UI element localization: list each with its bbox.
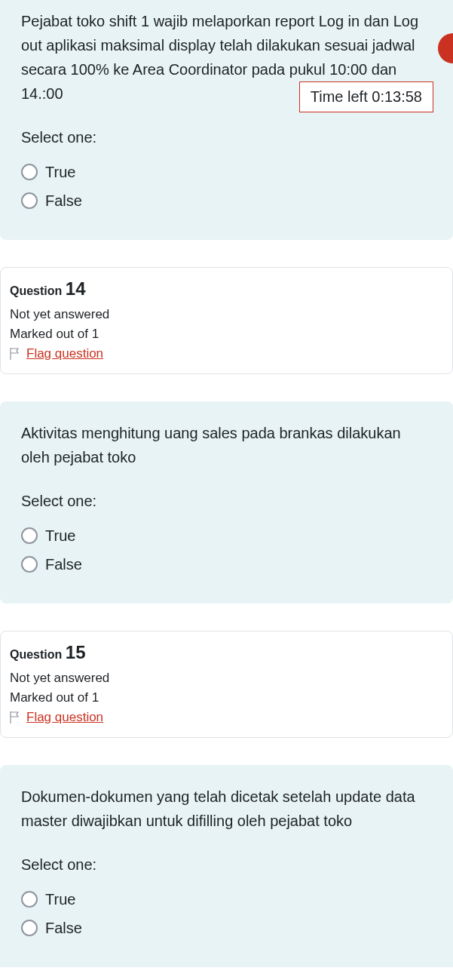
q14-option-true[interactable]: True [21,524,432,548]
question-word: Question [10,648,62,661]
select-one-label: Select one: [21,853,432,877]
question-15-content: Dokumen-dokumen yang telah dicetak setel… [0,765,453,967]
question-14-number: 14 [66,278,86,299]
radio-icon [21,527,38,544]
q13-option-false[interactable]: False [21,189,432,213]
option-label: True [45,160,75,184]
radio-icon [21,556,38,573]
question-14-text: Aktivitas menghitung uang sales pada bra… [21,421,432,469]
question-15-status: Not yet answered [10,671,443,686]
time-left-box: Time left 0:13:58 [299,81,433,112]
q15-option-true[interactable]: True [21,887,432,911]
radio-icon [21,164,38,180]
question-15-number: 15 [66,642,86,662]
question-13-content: Pejabat toko shift 1 wajib melaporkan re… [0,0,453,240]
flag-question-row[interactable]: Flag question [10,346,443,361]
radio-icon [21,192,38,209]
question-14-title: Question 14 [10,278,443,300]
question-15-text: Dokumen-dokumen yang telah dicetak setel… [21,785,432,833]
question-14-marks: Marked out of 1 [10,327,443,342]
select-one-label: Select one: [21,125,432,149]
question-15-title: Question 15 [10,642,443,663]
option-label: False [45,189,82,213]
question-word: Question [10,284,62,297]
question-15-marks: Marked out of 1 [10,690,443,705]
select-one-label: Select one: [21,489,432,513]
flag-question-link[interactable]: Flag question [26,346,103,361]
option-label: False [45,552,82,576]
option-label: True [45,887,75,911]
flag-icon [10,348,20,360]
radio-icon [21,891,38,908]
question-14-content: Aktivitas menghitung uang sales pada bra… [0,401,453,604]
question-14-info: Question 14 Not yet answered Marked out … [0,267,453,374]
option-label: False [45,916,82,940]
question-14-status: Not yet answered [10,307,443,322]
q13-option-true[interactable]: True [21,160,432,184]
q15-option-false[interactable]: False [21,916,432,940]
time-left-text: Time left 0:13:58 [311,88,422,105]
radio-icon [21,920,38,936]
flag-question-row[interactable]: Flag question [10,710,443,725]
flag-icon [10,711,20,723]
q14-option-false[interactable]: False [21,552,432,576]
question-15-info: Question 15 Not yet answered Marked out … [0,631,453,738]
option-label: True [45,524,75,548]
flag-question-link[interactable]: Flag question [26,710,103,725]
